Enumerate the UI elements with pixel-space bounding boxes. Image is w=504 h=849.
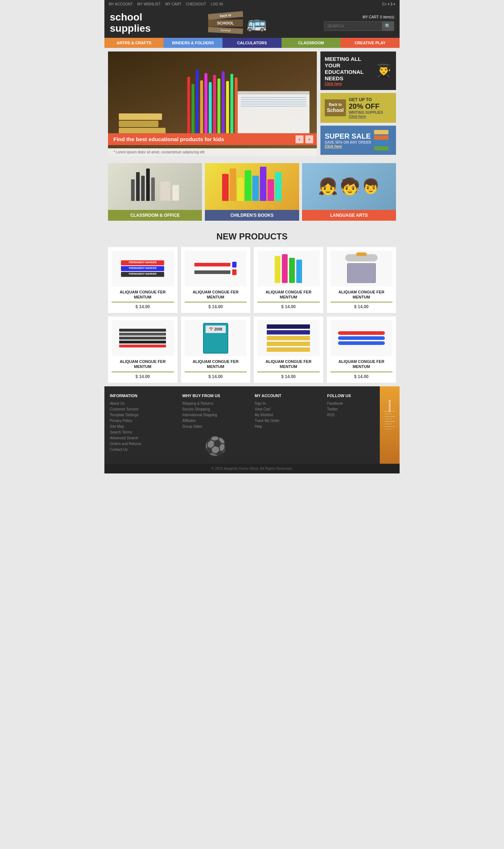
search-input[interactable] <box>324 22 382 31</box>
ruler-decoration: SCHOOL <box>380 386 400 464</box>
product-divider-6 <box>185 372 247 372</box>
product-price-4: $ 14.00 <box>330 304 393 309</box>
footer-link-view-cart[interactable]: View Cart <box>255 407 322 411</box>
product-img-5 <box>112 320 174 356</box>
banner-2-sub: WRITING SUPPLIES <box>349 111 383 114</box>
nav-arts-crafts[interactable]: ARTRS & CRAFTS <box>104 38 163 48</box>
products-grid: PERMANENT MARKER PERMANENT MARKER PERMAN… <box>108 247 396 383</box>
my-account-link[interactable]: MY ACCOUNT <box>109 2 133 6</box>
product-card-7[interactable]: ALIQUAM CONGUE FER MENTUM $ 14.00 <box>254 316 323 383</box>
next-arrow[interactable]: › <box>305 135 313 143</box>
header-right: MY CART: 0 item(s) 🔍 <box>324 15 394 31</box>
product-divider-1 <box>112 302 174 302</box>
product-price-7: $ 14.00 <box>257 374 320 379</box>
top-bar-links[interactable]: MY ACCOUNT MY WISHLIST MY CART CHECKOUT … <box>109 2 226 6</box>
banner-3-books-graphic <box>374 130 388 151</box>
slider-caption: Find the best educational products for k… <box>108 133 317 145</box>
footer-link-intl-shipping[interactable]: International Shipping <box>182 413 249 417</box>
footer-link-customer-service[interactable]: Customer Service <box>110 407 177 411</box>
footer-link-orders-returns[interactable]: Orders and Returns <box>110 442 177 446</box>
top-bar: MY ACCOUNT MY WISHLIST MY CART CHECKOUT … <box>104 0 400 8</box>
slider-subcaption: * Lorem ipsum dolor sit amet, consectetu… <box>108 148 317 156</box>
product-card-1[interactable]: PERMANENT MARKER PERMANENT MARKER PERMAN… <box>108 247 177 313</box>
banner-1-content: MEETING ALL YOUR EDUCATIONAL NEEDS Click… <box>325 56 392 86</box>
banner-educational-needs[interactable]: MEETING ALL YOUR EDUCATIONAL NEEDS Click… <box>320 51 396 90</box>
footer-col-why-buy: WHY BUY FROM US Shipping & Returns Secur… <box>182 394 249 457</box>
product-card-4[interactable]: ALIQUAM CONGUE FER MENTUM $ 14.00 <box>327 247 396 313</box>
currency-selector[interactable]: $ <box>391 2 393 6</box>
banner-2-click[interactable]: Click here <box>349 114 383 118</box>
product-img-2 <box>185 251 247 287</box>
top-bar-locale: En ▾ $ ▾ <box>382 2 395 6</box>
product-divider-4 <box>330 302 393 302</box>
footer-link-about-us[interactable]: About Us <box>110 401 177 405</box>
product-name-6: ALIQUAM CONGUE FER MENTUM <box>185 359 247 369</box>
header: school supplies back to SCHOOL summer 🚌 … <box>104 8 400 38</box>
footer-link-affiliates[interactable]: Affiliates <box>182 419 249 423</box>
product-name-4: ALIQUAM CONGUE FER MENTUM <box>330 289 393 300</box>
product-price-2: $ 14.00 <box>185 304 247 309</box>
product-divider-2 <box>185 302 247 302</box>
footer-link-shipping[interactable]: Shipping & Returns <box>182 401 249 405</box>
footer-link-help[interactable]: Help <box>255 425 322 428</box>
cat-box-classroom-office[interactable]: CLASSROOM & OFFICE <box>108 163 202 221</box>
banner-3-click[interactable]: Click here <box>325 144 371 148</box>
footer-link-sign-in[interactable]: Sign In <box>255 401 322 405</box>
footer-link-group-sales[interactable]: Group Sales <box>182 425 249 428</box>
product-price-3: $ 14.00 <box>257 304 320 309</box>
footer-link-template-settings[interactable]: Template Settings <box>110 413 177 417</box>
new-products-section: NEW PRODUCTS PERMANENT MARKER PERMANENT … <box>104 224 400 386</box>
cat-label-language-arts: LANGUAGE ARTS <box>302 210 396 221</box>
my-cart-link[interactable]: MY CART <box>165 2 181 6</box>
product-card-3[interactable]: ALIQUAM CONGUE FER MENTUM $ 14.00 <box>254 247 323 313</box>
new-products-title: NEW PRODUCTS <box>108 232 396 242</box>
login-link[interactable]: LOG IN <box>211 2 223 6</box>
nav-calculators[interactable]: CALCULATORS <box>222 38 282 48</box>
checkout-link[interactable]: CHECKOUT <box>186 2 206 6</box>
footer-link-site-map[interactable]: Site Map <box>110 425 177 428</box>
banner-1-title: MEETING ALL YOUR EDUCATIONAL NEEDS <box>325 56 373 82</box>
prev-arrow[interactable]: ‹ <box>296 135 303 143</box>
product-name-8: ALIQUAM CONGUE FER MENTUM <box>330 359 393 369</box>
footer-link-secure-shopping[interactable]: Secure Shopping <box>182 407 249 411</box>
banner-super-sale[interactable]: SUPER SALE SAVE 50% ON ANY ORDER Click h… <box>320 126 396 155</box>
footer-col-information: INFORMATION About Us Customer Service Te… <box>110 394 177 457</box>
nav-binders[interactable]: BINDERS & FOLDERS <box>163 38 222 48</box>
footer-link-my-wishlist[interactable]: My Wishlist <box>255 413 322 417</box>
search-bar[interactable]: 🔍 <box>324 21 394 31</box>
slider-arrows[interactable]: ‹ › <box>296 135 313 143</box>
product-name-2: ALIQUAM CONGUE FER MENTUM <box>185 289 247 300</box>
product-card-6[interactable]: 📅 2008 ALIQUAM CONGUE FER MENTUM $ 14.00 <box>181 316 251 383</box>
cat-box-language-arts[interactable]: 👧 🧒 👦 LANGUAGE ARTS <box>302 163 396 221</box>
product-card-2[interactable]: ALIQUAM CONGUE FER MENTUM $ 14.00 <box>181 247 251 313</box>
footer-link-advanced-search[interactable]: Advanced Search <box>110 436 177 440</box>
my-wishlist-link[interactable]: MY WISHLIST <box>137 2 161 6</box>
search-button[interactable]: 🔍 <box>382 22 394 31</box>
language-selector[interactable]: En <box>382 2 387 6</box>
banner-2-highlight: 20% OFF <box>349 102 383 111</box>
footer-link-privacy-policy[interactable]: Privacy Policy <box>110 419 177 423</box>
student-icon: 👨‍🎓 <box>376 63 392 78</box>
product-name-3: ALIQUAM CONGUE FER MENTUM <box>257 289 320 300</box>
nav-creative-play[interactable]: CREATIVE PLAY <box>341 38 400 48</box>
main-content-area: Find the best educational products for k… <box>104 48 400 160</box>
logo[interactable]: school supplies <box>110 12 151 34</box>
product-img-4 <box>330 251 393 287</box>
nav-classroom[interactable]: CLASSROOM <box>282 38 341 48</box>
banner-1-click[interactable]: Click here <box>325 82 373 86</box>
soccer-ball-graphic: ⚽ <box>204 436 227 457</box>
product-price-8: $ 14.00 <box>330 374 393 379</box>
product-price-1: $ 14.00 <box>112 304 174 309</box>
cat-box-childrens-books[interactable]: CHILDREN'S BOOKS <box>205 163 299 221</box>
product-card-5[interactable]: ALIQUAM CONGUE FER MENTUM $ 14.00 <box>108 316 177 383</box>
footer-link-contact-us[interactable]: Contact Us <box>110 448 177 452</box>
product-name-1: ALIQUAM CONGUE FER MENTUM <box>112 289 174 300</box>
kid-figure-1: 👧 <box>318 177 338 196</box>
cat-label-classroom-office: CLASSROOM & OFFICE <box>108 210 202 221</box>
product-card-8[interactable]: ALIQUAM CONGUE FER MENTUM $ 14.00 <box>327 316 396 383</box>
footer-link-track-order[interactable]: Track My Order <box>255 419 322 423</box>
product-price-5: $ 14.00 <box>112 374 174 379</box>
footer-link-search-terms[interactable]: Search Terms <box>110 430 177 434</box>
kid-figure-2: 🧒 <box>340 177 360 196</box>
banner-discount[interactable]: Back to School GET UP TO 20% OFF WRITING… <box>320 93 396 123</box>
